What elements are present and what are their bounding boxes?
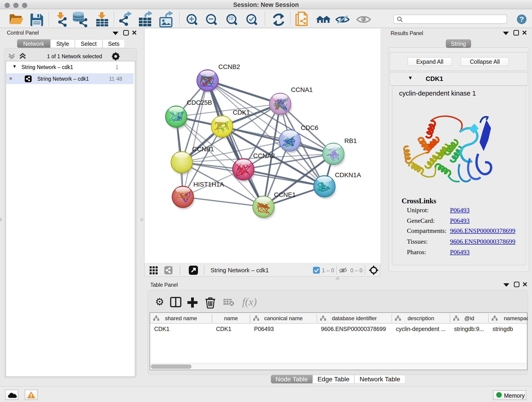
svg-text:CCNB1: CCNB1 [192, 146, 214, 153]
svg-text:name: name [224, 315, 238, 321]
svg-text:CCNA2: CCNA2 [253, 152, 275, 159]
svg-text:namespace: namespace [504, 315, 528, 321]
svg-text:RB1: RB1 [344, 137, 357, 144]
svg-text:CDC6: CDC6 [301, 124, 318, 131]
svg-text:⚙: ⚙ [155, 296, 164, 307]
svg-text:CDK1: CDK1 [154, 326, 170, 332]
svg-text:CDK1: CDK1 [233, 109, 250, 116]
svg-text:CDKN1A: CDKN1A [335, 172, 361, 179]
svg-text:@id: @id [464, 315, 474, 321]
svg-text:String Network – cdk1: String Network – cdk1 [210, 267, 269, 274]
svg-text:P06493: P06493 [254, 326, 274, 332]
svg-text:CCNA1: CCNA1 [291, 86, 313, 93]
svg-text:shared name: shared name [165, 315, 197, 321]
svg-text:canonical name: canonical name [264, 315, 303, 321]
svg-text:CDC25B: CDC25B [187, 99, 212, 106]
svg-text:9606.ENSP00000378699: 9606.ENSP00000378699 [321, 326, 386, 332]
svg-text:stringdb:9...: stringdb:9... [454, 326, 484, 332]
svg-text:f(x): f(x) [242, 296, 257, 307]
svg-text:database identifier: database identifier [332, 315, 377, 321]
svg-text:HIST1H1A: HIST1H1A [193, 181, 224, 188]
svg-text:0 – 0: 0 – 0 [350, 267, 362, 274]
svg-text:CCNB2: CCNB2 [218, 63, 240, 70]
svg-text:CCNE1: CCNE1 [274, 191, 296, 198]
svg-text:description: description [408, 315, 434, 321]
svg-text:stringdb: stringdb [493, 326, 513, 332]
svg-text:1 – 0: 1 – 0 [322, 267, 334, 274]
svg-text:CDK1: CDK1 [216, 326, 231, 332]
svg-text:cyclin-dependent ...: cyclin-dependent ... [396, 326, 446, 332]
